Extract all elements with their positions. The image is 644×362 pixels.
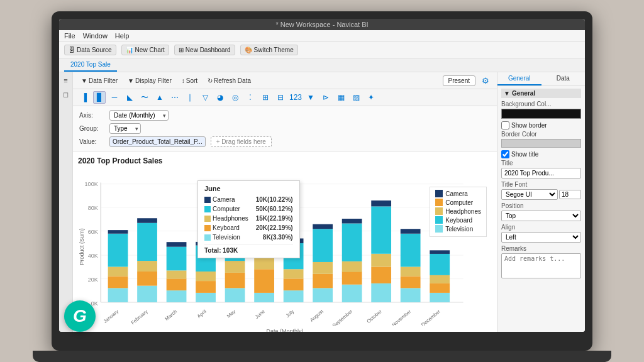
rp-font-size-input[interactable] bbox=[559, 190, 581, 199]
refresh-button[interactable]: ↻ Refresh Data bbox=[204, 77, 254, 85]
rp-remarks-field: Remarks bbox=[501, 245, 581, 280]
display-filter-button[interactable]: ▼ Display Filter bbox=[125, 77, 175, 85]
rp-bg-color-field: Background Col... bbox=[501, 101, 581, 119]
theme-icon: 🎨 bbox=[245, 47, 252, 53]
svg-rect-76 bbox=[401, 234, 421, 267]
rp-show-border-label: Show border bbox=[511, 122, 547, 129]
rp-title-field: Title bbox=[501, 160, 581, 178]
chart-icons-row: ▐ ▊ ─ ◣ 〜 ▲ ⋯ ∣ ▽ ◕ ◎ ⁚ ⊞ ⊟ 123 bbox=[73, 89, 497, 106]
svg-rect-58 bbox=[313, 229, 333, 262]
rp-bg-color-box[interactable] bbox=[501, 109, 581, 119]
rp-tab-general[interactable]: General bbox=[497, 72, 541, 85]
axis-select-wrapper[interactable]: Date (Monthly) bbox=[109, 110, 169, 121]
svg-rect-32 bbox=[196, 281, 216, 293]
wave-chart-icon[interactable]: 〜 bbox=[138, 91, 151, 104]
grid-icon[interactable]: ⊞ bbox=[259, 91, 272, 104]
left-sidebar: ≡ ◻ bbox=[59, 72, 73, 332]
sidebar-nav-1[interactable]: ≡ bbox=[60, 75, 72, 86]
dot-icon[interactable]: ⁚ bbox=[244, 91, 257, 104]
legend-keyboard: Keyboard bbox=[435, 216, 481, 224]
axis-control-row: Axis: Date (Monthly) bbox=[79, 110, 491, 121]
newdashboard-button[interactable]: ⊞ New Dashboard bbox=[174, 45, 235, 55]
gauge-icon[interactable]: ▼ bbox=[304, 91, 317, 104]
svg-rect-49 bbox=[284, 290, 304, 302]
legend-label-camera: Camera bbox=[445, 190, 468, 197]
radar-icon[interactable]: ✦ bbox=[365, 91, 377, 104]
number-icon[interactable]: 123 bbox=[289, 91, 302, 104]
data-filter-button[interactable]: ▼ Data Filter bbox=[78, 77, 121, 85]
chart-legend: Camera Computer Headphones bbox=[430, 187, 487, 237]
rp-align-field: Align Left bbox=[501, 224, 581, 243]
line-chart-icon[interactable]: ─ bbox=[108, 91, 121, 104]
svg-rect-35 bbox=[196, 242, 216, 246]
treemap-icon[interactable]: ▨ bbox=[350, 91, 362, 104]
svg-rect-73 bbox=[401, 288, 421, 302]
svg-rect-17 bbox=[108, 230, 128, 234]
filter-icon: ▼ bbox=[81, 77, 87, 84]
map-icon[interactable]: ⊳ bbox=[319, 91, 332, 104]
switchtheme-button[interactable]: 🎨 Switch Theme bbox=[240, 45, 298, 55]
rp-show-border-row: Show border bbox=[501, 121, 581, 129]
bar2-icon[interactable]: ∣ bbox=[184, 91, 196, 104]
app-window: * New Workspace - Navicat BI File Window… bbox=[59, 19, 585, 332]
svg-rect-74 bbox=[401, 277, 421, 288]
legend-label-television: Television bbox=[445, 226, 473, 233]
donut-icon[interactable]: ◎ bbox=[229, 91, 242, 104]
rp-remarks-textarea[interactable] bbox=[501, 253, 581, 278]
rp-show-border-checkbox[interactable] bbox=[501, 121, 509, 129]
datasource-button[interactable]: 🗄 Data Source bbox=[64, 45, 116, 55]
svg-text:October: October bbox=[365, 309, 383, 324]
gear-button[interactable]: ⚙ bbox=[479, 74, 492, 87]
axis-select[interactable]: Date (Monthly) bbox=[109, 110, 169, 121]
rp-section-header[interactable]: ▼ General bbox=[501, 89, 581, 98]
scatter-icon[interactable]: ⋯ bbox=[169, 91, 181, 104]
drag-field[interactable]: + Drag fields here bbox=[211, 136, 272, 147]
svg-rect-15 bbox=[108, 266, 128, 276]
svg-rect-31 bbox=[196, 293, 216, 302]
sidebar-nav-2[interactable]: ◻ bbox=[60, 89, 72, 100]
svg-rect-64 bbox=[342, 224, 362, 261]
newchart-button[interactable]: 📊 New Chart bbox=[121, 45, 169, 55]
svg-text:May: May bbox=[226, 309, 236, 319]
rp-position-select[interactable]: Top bbox=[501, 211, 581, 221]
mountain-icon[interactable]: ▲ bbox=[153, 91, 166, 104]
pie-icon[interactable]: ◕ bbox=[214, 91, 226, 104]
svg-text:December: December bbox=[420, 309, 441, 326]
rp-tab-data[interactable]: Data bbox=[541, 72, 586, 85]
rp-title-input[interactable] bbox=[501, 168, 581, 178]
main-content: ≡ ◻ ▼ Data Filter ▼ Display Filter bbox=[59, 72, 585, 332]
present-button[interactable]: Present bbox=[443, 75, 475, 86]
rp-font-select[interactable]: Segoe UI bbox=[501, 189, 558, 200]
rp-section-general: ▼ General Background Col... Show border bbox=[497, 86, 585, 285]
area-chart-icon[interactable]: ◣ bbox=[123, 91, 136, 104]
tab-2020-top-sale[interactable]: 2020 Top Sale bbox=[64, 58, 117, 72]
menu-help[interactable]: Help bbox=[115, 32, 130, 40]
heatmap-icon[interactable]: ▦ bbox=[335, 91, 347, 104]
value-field[interactable]: Order_Product_Total_Retail_P... bbox=[109, 136, 206, 147]
stacked-bar-icon[interactable]: ▊ bbox=[93, 91, 106, 104]
menu-file[interactable]: File bbox=[64, 32, 75, 40]
tab-bar: 2020 Top Sale bbox=[59, 58, 585, 72]
group-select[interactable]: Type bbox=[109, 123, 141, 134]
menubar: File Window Help bbox=[59, 30, 585, 42]
menu-window[interactable]: Window bbox=[83, 32, 108, 40]
datasource-icon: 🗄 bbox=[69, 47, 75, 53]
rp-border-color-box[interactable] bbox=[501, 139, 581, 148]
rp-align-select[interactable]: Left bbox=[501, 232, 581, 243]
rp-font-select-row: Segoe UI bbox=[501, 189, 581, 200]
rp-show-title-checkbox[interactable] bbox=[501, 150, 509, 158]
chart-toolbar: ▼ Data Filter ▼ Display Filter ↕ Sort bbox=[73, 72, 497, 89]
legend-color-television bbox=[435, 225, 443, 233]
svg-rect-13 bbox=[108, 288, 128, 302]
sort-button[interactable]: ↕ Sort bbox=[179, 77, 201, 85]
bar-chart-icon[interactable]: ▐ bbox=[78, 91, 91, 104]
rp-remarks-label: Remarks bbox=[501, 245, 581, 252]
table-icon[interactable]: ⊟ bbox=[274, 91, 287, 104]
legend-computer: Computer bbox=[435, 199, 481, 206]
group-select-wrapper[interactable]: Type bbox=[109, 123, 141, 134]
rp-align-label: Align bbox=[501, 224, 581, 231]
funnel-icon[interactable]: ▽ bbox=[199, 91, 211, 104]
svg-rect-68 bbox=[371, 266, 391, 283]
laptop-base bbox=[33, 351, 611, 362]
rp-position-label: Position bbox=[501, 202, 581, 209]
